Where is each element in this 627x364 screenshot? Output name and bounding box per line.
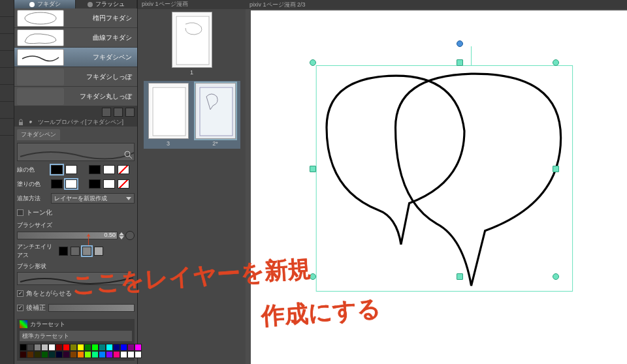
palette-swatch[interactable] (34, 351, 41, 358)
line-color-white[interactable] (103, 165, 115, 174)
bbox-handle[interactable] (310, 59, 316, 66)
aa-option-mid[interactable] (82, 247, 91, 256)
palette-swatch[interactable] (56, 351, 63, 358)
bbox-handle[interactable] (457, 59, 463, 66)
post-correct-checkbox[interactable] (17, 305, 24, 311)
brush-size-preset-icon[interactable] (125, 231, 135, 240)
bbox-handle[interactable] (310, 166, 316, 172)
palette-swatch[interactable] (106, 351, 113, 358)
wrench-icon[interactable] (27, 119, 35, 127)
palette-swatch[interactable] (135, 344, 142, 351)
brush-size-slider[interactable]: 0.50 (17, 232, 118, 239)
tool-slot[interactable] (0, 68, 14, 85)
tool-slot[interactable] (0, 102, 14, 119)
colorset-dropdown[interactable]: 標準カラーセット (20, 331, 132, 341)
palette-swatch[interactable] (77, 344, 84, 351)
palette-swatch[interactable] (91, 344, 99, 351)
palette-swatch[interactable] (41, 344, 48, 351)
post-correct-slider[interactable] (48, 304, 135, 312)
subtool-balloon-tail[interactable]: フキダシしっぽ (14, 67, 137, 87)
palette-swatch[interactable] (63, 344, 70, 351)
flash-icon (88, 2, 93, 7)
palette-swatch[interactable] (99, 351, 106, 358)
brush-size-down[interactable] (119, 236, 124, 239)
aa-option-weak[interactable] (71, 247, 80, 256)
canvas-tab[interactable]: pixiv 1ページ漫画 2/3 (246, 0, 627, 9)
palette-swatch[interactable] (70, 344, 77, 351)
palette-swatch[interactable] (127, 344, 135, 351)
brush-size-up[interactable] (119, 232, 124, 235)
new-subtool-icon[interactable] (114, 108, 123, 117)
tone-checkbox[interactable] (17, 209, 24, 216)
palette-swatch[interactable] (34, 344, 41, 351)
line-color-none[interactable] (118, 165, 129, 174)
palette-swatch[interactable] (77, 351, 84, 358)
subtool-balloon-pen[interactable]: フキダシペン (14, 48, 137, 67)
tool-slot[interactable] (0, 17, 14, 34)
subtool-menu-icon[interactable] (102, 108, 111, 117)
lock-icon[interactable] (17, 119, 25, 127)
fill-color-none[interactable] (118, 179, 129, 189)
palette-swatch[interactable] (127, 351, 135, 358)
add-method-dropdown[interactable]: レイヤーを新規作成 (51, 193, 135, 204)
subtool-label: フキダシしっぽ (68, 72, 135, 82)
palette-swatch[interactable] (113, 344, 120, 351)
tab-fukidashi[interactable]: フキダシ (14, 0, 76, 8)
palette-swatch[interactable] (91, 351, 99, 358)
line-color-sub[interactable] (65, 165, 77, 174)
magnifier-icon[interactable] (123, 150, 133, 159)
line-color-main[interactable] (51, 165, 63, 174)
fill-color-white[interactable] (103, 179, 115, 189)
bbox-handle[interactable] (553, 166, 559, 172)
fill-color-main[interactable] (51, 179, 63, 189)
bbox-handle[interactable] (553, 59, 559, 66)
palette-swatch[interactable] (113, 351, 120, 358)
delete-subtool-icon[interactable] (125, 108, 135, 117)
aa-option-none[interactable] (59, 247, 68, 256)
palette-swatch[interactable] (48, 344, 56, 351)
palette-swatch[interactable] (84, 351, 91, 358)
tab-flash[interactable]: フラッシュ (76, 0, 137, 8)
tool-slot[interactable] (0, 85, 14, 102)
palette-swatch[interactable] (48, 351, 56, 358)
palette-swatch[interactable] (135, 351, 142, 358)
palette-swatch[interactable] (84, 344, 91, 351)
tool-property-tab[interactable]: フキダシペン (17, 129, 60, 140)
aa-option-strong[interactable] (94, 247, 103, 256)
page-thumb-2[interactable]: 2* (193, 83, 238, 147)
tool-slot[interactable] (0, 34, 14, 51)
palette-swatch[interactable] (63, 351, 70, 358)
rotation-handle[interactable] (457, 40, 463, 47)
tool-slot[interactable] (0, 0, 14, 17)
corner-checkbox[interactable] (17, 290, 24, 297)
palette-swatch[interactable] (70, 351, 77, 358)
palette-swatch[interactable] (106, 344, 113, 351)
fill-color-sub[interactable] (65, 179, 77, 189)
palette-swatch[interactable] (27, 344, 34, 351)
palette-swatch[interactable] (120, 351, 127, 358)
fill-color-black[interactable] (89, 179, 101, 189)
palette-swatch[interactable] (120, 344, 127, 351)
anti-alias-row: アンチエイリアス (17, 243, 135, 260)
canvas-paper[interactable] (251, 10, 627, 364)
page-thumb-3[interactable]: 3 (146, 83, 191, 147)
bbox-handle[interactable] (310, 273, 316, 280)
subtool-label: フキダシ丸しっぽ (68, 92, 135, 101)
tool-slot[interactable] (0, 51, 14, 68)
subtool-curve-balloon[interactable]: 曲線フキダシ (14, 28, 137, 48)
palette-swatch[interactable] (56, 344, 63, 351)
bbox-handle[interactable] (457, 273, 463, 280)
palette-swatch[interactable] (41, 351, 48, 358)
tool-slot[interactable] (0, 119, 14, 136)
page-thumb-1[interactable]: 1 (169, 12, 215, 76)
bbox-handle[interactable] (553, 273, 559, 280)
colorset-header: カラーセット (17, 319, 135, 329)
subtool-ellipse-balloon[interactable]: 楕円フキダシ (14, 8, 137, 28)
palette-swatch[interactable] (20, 344, 27, 351)
palette-swatch[interactable] (20, 351, 27, 358)
line-color-black[interactable] (89, 165, 101, 174)
subtool-balloon-round-tail[interactable]: フキダシ丸しっぽ (14, 87, 137, 106)
brush-shape-preview[interactable] (17, 272, 133, 285)
palette-swatch[interactable] (27, 351, 34, 358)
palette-swatch[interactable] (99, 344, 106, 351)
